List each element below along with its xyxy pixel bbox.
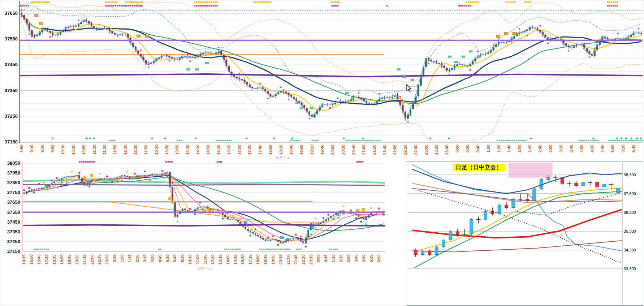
svg-text:0:00: 0:00 (455, 145, 459, 152)
svg-text:14:15: 14:15 (22, 254, 26, 264)
svg-text:37850: 37850 (7, 180, 20, 185)
svg-text:37350: 37350 (5, 88, 18, 93)
svg-text:37750: 37750 (7, 190, 20, 195)
svg-text:37150: 37150 (7, 249, 20, 254)
svg-text:13:10: 13:10 (154, 145, 159, 155)
ma-lines (412, 164, 622, 268)
two-day-chart-canvas[interactable]: 3805037950378503775037650375503745037350… (0, 160, 405, 306)
grid-layer (20, 1, 643, 143)
svg-text:11:45: 11:45 (203, 254, 207, 264)
svg-text:14:30: 14:30 (196, 145, 200, 155)
svg-text:11:50: 11:50 (113, 145, 117, 155)
svg-text:10:10: 10:10 (61, 145, 65, 155)
svg-text:38050: 38050 (7, 160, 20, 166)
svg-text:8:50: 8:50 (20, 145, 24, 152)
svg-text:22:00: 22:00 (393, 145, 397, 155)
svg-text:22:00: 22:00 (90, 254, 94, 264)
svg-text:35,300: 35,300 (624, 229, 636, 233)
intraday-chart-canvas[interactable]: 3765037550374503735037250371508:509:109:… (0, 0, 644, 160)
svg-text:5:15: 5:15 (369, 254, 373, 262)
svg-text:3:00: 3:00 (346, 254, 351, 262)
svg-text:18:40: 18:40 (289, 145, 293, 155)
svg-text:37250: 37250 (7, 239, 20, 244)
svg-text:5:20: 5:20 (621, 145, 625, 152)
svg-text:2:00: 2:00 (517, 145, 522, 152)
svg-text:12:30: 12:30 (133, 145, 138, 155)
svg-text:17:15: 17:15 (248, 254, 252, 264)
svg-text:4:00: 4:00 (150, 254, 155, 262)
y-axis-labels: 376503755037450373503725037150 (5, 10, 18, 145)
svg-text:21:45: 21:45 (294, 254, 298, 264)
svg-text:10:50: 10:50 (82, 145, 86, 155)
svg-text:11:30: 11:30 (102, 145, 107, 155)
x-axis-labels: 8:509:109:309:5010:1010:3010:5011:1011:3… (20, 145, 636, 155)
svg-text:4:45: 4:45 (158, 254, 162, 262)
svg-text:3:00: 3:00 (548, 145, 553, 152)
svg-text:14:10: 14:10 (185, 145, 190, 155)
svg-text:20:00: 20:00 (330, 145, 335, 155)
svg-text:12:30: 12:30 (211, 254, 215, 264)
svg-text:38,300: 38,300 (624, 173, 636, 177)
svg-text:37150: 37150 (5, 139, 18, 145)
svg-text:34,300: 34,300 (624, 248, 636, 252)
highlight-zone (509, 163, 553, 178)
svg-text:1:30: 1:30 (331, 254, 336, 262)
svg-text:20:30: 20:30 (75, 254, 79, 264)
svg-text:9:10: 9:10 (30, 145, 34, 152)
svg-text:19:30: 19:30 (271, 254, 275, 264)
svg-text:21:00: 21:00 (362, 145, 366, 155)
svg-text:37,300: 37,300 (624, 191, 636, 196)
daily-chart-canvas[interactable]: 38,30037,30036,30035,30034,30033,300 (406, 162, 643, 305)
svg-text:10:15: 10:15 (188, 254, 192, 264)
svg-text:4:40: 4:40 (600, 145, 605, 152)
svg-text:19:45: 19:45 (67, 254, 72, 264)
svg-text:12:10: 12:10 (123, 145, 127, 155)
candles-layer (414, 175, 620, 257)
svg-text:20:15: 20:15 (278, 254, 283, 264)
svg-text:14:00: 14:00 (226, 254, 230, 264)
svg-text:15:00: 15:00 (29, 254, 34, 264)
svg-text:14:50: 14:50 (206, 145, 210, 155)
svg-text:17:40: 17:40 (258, 145, 262, 155)
svg-text:2:15: 2:15 (339, 254, 343, 262)
svg-text:5:40: 5:40 (631, 145, 636, 152)
ma-lines (22, 15, 641, 111)
svg-text:8:45: 8:45 (173, 254, 177, 262)
svg-text:11:00: 11:00 (195, 254, 200, 264)
svg-text:0:20: 0:20 (465, 145, 470, 152)
svg-text:19:00: 19:00 (60, 254, 64, 264)
svg-text:1:45: 1:45 (127, 254, 132, 262)
svg-text:2:30: 2:30 (135, 254, 139, 262)
svg-text:5:00: 5:00 (610, 145, 615, 152)
svg-text:5:30: 5:30 (165, 254, 170, 262)
svg-text:13:15: 13:15 (218, 254, 222, 264)
svg-text:23:00: 23:00 (424, 145, 428, 155)
svg-text:15:45: 15:45 (37, 254, 41, 264)
svg-text:21:40: 21:40 (382, 145, 387, 155)
svg-text:3:45: 3:45 (354, 254, 358, 262)
svg-text:9:30: 9:30 (40, 145, 44, 152)
svg-text:13:30: 13:30 (165, 145, 169, 155)
svg-text:22:20: 22:20 (403, 145, 407, 155)
svg-text:3:40: 3:40 (569, 145, 574, 152)
svg-text:15:10: 15:10 (216, 145, 221, 155)
svg-text:13:50: 13:50 (175, 145, 179, 155)
svg-text:23:40: 23:40 (445, 145, 449, 155)
svg-text:17:00: 17:00 (237, 145, 242, 155)
svg-text:21:00: 21:00 (286, 254, 290, 264)
svg-text:3:20: 3:20 (559, 145, 563, 152)
svg-text:37550: 37550 (7, 210, 20, 215)
daily-chart-panel: 38,30037,30036,30035,30034,30033,300 日足（… (406, 161, 643, 306)
svg-text:18:00: 18:00 (268, 145, 273, 155)
overlay-lines (23, 180, 385, 222)
axis-label-watermark: 軸ラベル (276, 155, 290, 160)
x-axis-labels: 14:1515:0015:4517:3018:1519:0019:4520:30… (22, 254, 381, 264)
y-axis-labels: 38,30037,30036,30035,30034,30033,300 (624, 173, 636, 271)
svg-text:15:30: 15:30 (227, 145, 231, 155)
svg-text:0:15: 0:15 (112, 254, 117, 262)
svg-text:10:30: 10:30 (71, 145, 75, 155)
svg-text:0:40: 0:40 (476, 145, 480, 152)
svg-text:15:30: 15:30 (241, 254, 245, 264)
svg-text:37650: 37650 (7, 199, 20, 205)
svg-text:37950: 37950 (7, 170, 20, 176)
